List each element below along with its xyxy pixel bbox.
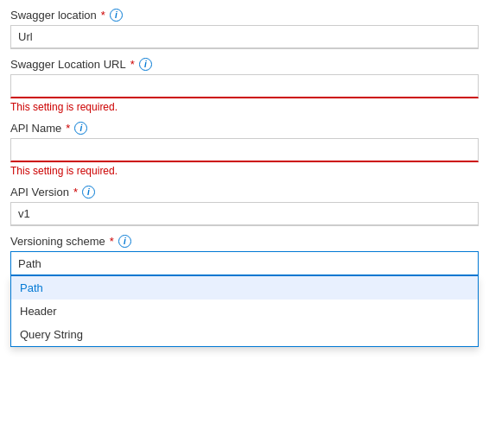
swagger-location-url-label-text: Swagger Location URL (10, 58, 126, 71)
versioning-scheme-display[interactable]: Path (11, 252, 478, 276)
versioning-scheme-info-icon[interactable]: i (118, 235, 131, 248)
swagger-location-group: Swagger location * i (10, 9, 479, 49)
swagger-location-info-icon[interactable]: i (110, 9, 123, 22)
swagger-location-url-group: Swagger Location URL * i This setting is… (10, 58, 479, 113)
api-version-label-text: API Version (10, 186, 69, 199)
api-version-required: * (73, 186, 78, 199)
swagger-location-url-required: * (130, 58, 135, 71)
api-name-group: API Name * i This setting is required. (10, 122, 479, 177)
swagger-location-required: * (101, 9, 105, 22)
api-name-error: This setting is required. (10, 165, 479, 177)
swagger-location-input[interactable] (10, 25, 479, 49)
api-name-required: * (66, 122, 70, 135)
api-version-group: API Version * i (10, 186, 479, 226)
versioning-scheme-option-header[interactable]: Header (11, 300, 478, 323)
api-name-label-text: API Name (10, 122, 61, 135)
swagger-location-label-text: Swagger location (10, 9, 97, 22)
versioning-scheme-selected-value: Path (18, 257, 41, 270)
api-name-info-icon[interactable]: i (74, 122, 87, 135)
api-name-input[interactable] (10, 138, 479, 162)
versioning-scheme-label: Versioning scheme * i (10, 235, 479, 248)
api-version-label: API Version * i (10, 186, 479, 199)
swagger-location-url-label: Swagger Location URL * i (10, 58, 479, 71)
versioning-scheme-group: Versioning scheme * i Path Path Header Q… (10, 235, 479, 277)
versioning-scheme-label-text: Versioning scheme (10, 235, 105, 248)
versioning-scheme-option-path[interactable]: Path (11, 276, 478, 300)
versioning-scheme-required: * (110, 235, 114, 248)
versioning-scheme-dropdown[interactable]: Path Path Header Query String (10, 251, 479, 277)
api-version-input[interactable] (10, 202, 479, 226)
swagger-location-label: Swagger location * i (10, 9, 479, 22)
swagger-location-url-input[interactable] (10, 74, 479, 98)
api-version-info-icon[interactable]: i (82, 186, 95, 199)
api-name-label: API Name * i (10, 122, 479, 135)
versioning-scheme-option-querystring[interactable]: Query String (11, 323, 478, 346)
swagger-location-url-info-icon[interactable]: i (139, 58, 152, 71)
versioning-scheme-dropdown-list: Path Header Query String (10, 276, 479, 347)
swagger-location-url-error: This setting is required. (10, 101, 479, 113)
